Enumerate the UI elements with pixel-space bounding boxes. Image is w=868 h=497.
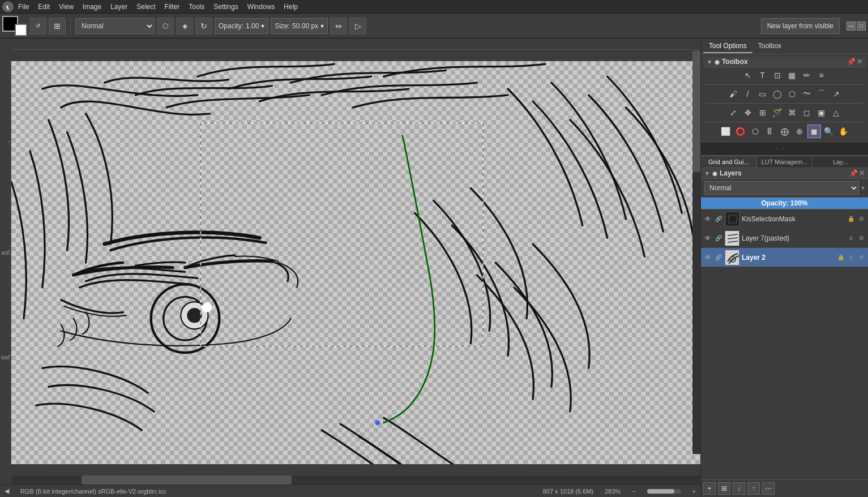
layer-lock-btn-layer2[interactable]: 🔒 <box>836 253 845 262</box>
poly-select-icon[interactable]: ⬡ <box>749 125 762 138</box>
layer-settings-btn-layer7[interactable]: ⚙ <box>857 234 866 243</box>
layers-pin-icon[interactable]: 📌 <box>849 169 858 177</box>
color-select-icon[interactable]: ◼ <box>807 125 821 138</box>
path-select-icon[interactable]: ⌘ <box>785 106 799 119</box>
move-tool-icon[interactable]: ✥ <box>741 106 755 119</box>
layer-settings-btn-layer2[interactable]: ⚙ <box>857 253 866 262</box>
rect-select-icon[interactable]: ⬜ <box>719 125 733 138</box>
canvas-drawing[interactable] <box>11 61 700 464</box>
new-layer-from-visible-button[interactable]: New layer from visible <box>761 18 840 34</box>
move-layer-down-button[interactable]: ↓ <box>733 482 745 495</box>
text-tool-icon[interactable]: T <box>756 68 769 82</box>
inherit-alpha-icon[interactable]: ◈ <box>176 18 193 35</box>
maximize-button[interactable]: □ <box>857 22 866 31</box>
menu-image[interactable]: Image <box>78 2 106 12</box>
tab-grid-guidelines[interactable]: Grid and Gui... <box>701 156 757 168</box>
move-layer-up-button[interactable]: ↑ <box>747 482 760 495</box>
scrollbar-horizontal[interactable] <box>11 475 700 485</box>
size-dropdown-icon[interactable]: ▾ <box>320 22 324 30</box>
brush-tool-icon[interactable]: 🖌 <box>726 87 740 101</box>
tab-layers-short[interactable]: Lay... <box>813 156 868 168</box>
size-value[interactable]: 50.00 px <box>292 22 318 30</box>
preserve-alpha-icon[interactable]: ⬡ <box>157 18 174 35</box>
hatch-tool-icon[interactable]: ≡ <box>815 68 828 82</box>
layer-alpha-btn-layer7[interactable]: α <box>846 234 856 243</box>
minimize-button[interactable]: — <box>846 22 856 31</box>
grid-view-icon[interactable]: ⊞ <box>49 18 66 35</box>
tab-toolbox[interactable]: Toolbox <box>752 40 787 53</box>
ellipse-tool-icon[interactable]: ◯ <box>771 87 784 101</box>
tab-lut-management[interactable]: LUT Managem... <box>757 156 813 168</box>
pencil-tool-icon[interactable]: ✏ <box>800 68 814 82</box>
menu-layer[interactable]: Layer <box>106 2 132 12</box>
similar-sel-icon[interactable]: ⊕ <box>793 125 806 138</box>
reset-colors-icon[interactable]: ↺ <box>29 18 46 35</box>
perspective-icon[interactable]: △ <box>829 106 843 119</box>
opacity-dropdown-icon[interactable]: ▾ <box>261 22 264 30</box>
menu-file[interactable]: File <box>14 2 33 12</box>
layer-alpha-btn-layer2[interactable]: α <box>846 253 856 262</box>
opacity-value[interactable]: 1.00 <box>246 22 259 30</box>
toolbox-close-icon[interactable]: ✕ <box>857 58 862 66</box>
freehand-tool-icon[interactable]: 〜 <box>800 87 814 101</box>
toolbox-chevron[interactable]: ▼ <box>707 59 712 65</box>
layers-eye-icon[interactable]: ◉ <box>712 170 717 177</box>
ellipse-select-icon[interactable]: ⭕ <box>734 125 747 138</box>
layer-lock-btn-kisselectionmask[interactable]: 🔒 <box>846 215 856 224</box>
layer-item-layer7[interactable]: 👁 🔗 <box>701 229 868 248</box>
pan-icon[interactable]: ✋ <box>837 125 850 138</box>
new-layer-button[interactable]: + <box>703 482 716 495</box>
rect-tool-icon[interactable]: ▭ <box>756 87 769 101</box>
layer-item-layer2[interactable]: 👁 🔗 <box>701 248 868 267</box>
layers-close-icon[interactable]: ✕ <box>859 169 865 177</box>
zoom-in-btn[interactable]: + <box>692 488 696 495</box>
layer-item-kisselectionmask[interactable]: 👁 🔗 KisSelectionMask 🔒 ⚙ <box>701 209 868 229</box>
zoom-out-btn[interactable]: − <box>632 488 635 495</box>
layer-settings-button[interactable]: ⋯ <box>762 482 775 495</box>
contiguous-select-icon[interactable]: 🪄 <box>771 106 784 119</box>
fill-tool-icon[interactable]: ⊡ <box>771 68 784 82</box>
select-tool-icon[interactable]: ↖ <box>741 68 755 82</box>
gradient-tool-icon[interactable]: ▦ <box>785 68 799 82</box>
layers-blend-mode-select[interactable]: Normal <box>704 181 859 195</box>
layer-link-layer2[interactable]: 🔗 <box>715 254 722 262</box>
panels-resize-handle[interactable]: · · · · · <box>769 145 799 152</box>
layer-link-kisselectionmask[interactable]: 🔗 <box>715 215 722 223</box>
warp-tool-icon[interactable]: ⊞ <box>756 106 769 119</box>
layers-opacity-row[interactable]: Opacity: 100% <box>701 198 868 209</box>
menu-windows[interactable]: Windows <box>243 2 280 12</box>
menu-edit[interactable]: Edit <box>33 2 54 12</box>
menu-help[interactable]: Help <box>279 2 302 12</box>
layer-settings-btn-kisselectionmask[interactable]: ⚙ <box>857 215 866 224</box>
blend-mode-select[interactable]: Normal <box>75 18 155 34</box>
menu-settings[interactable]: Settings <box>209 2 242 12</box>
freehand-select-icon[interactable]: 〿 <box>763 125 777 138</box>
bezier-tool-icon[interactable]: ⌒ <box>815 87 828 101</box>
fill-select-icon[interactable]: ▣ <box>815 106 828 119</box>
eraser-tool-icon[interactable]: ◻ <box>800 106 814 119</box>
menu-filter[interactable]: Filter <box>160 2 185 12</box>
layer-visibility-layer7[interactable]: 👁 <box>703 234 712 243</box>
polygon-tool-icon[interactable]: ⬠ <box>785 87 799 101</box>
canvas-viewport[interactable]: 300 400 500 <box>0 50 700 475</box>
line-tool-icon[interactable]: / <box>741 87 755 101</box>
background-color[interactable] <box>15 24 27 36</box>
layer-visibility-layer2[interactable]: 👁 <box>703 253 712 262</box>
menu-tools[interactable]: Tools <box>184 2 209 12</box>
toolbox-eye-icon[interactable]: ◉ <box>715 59 720 65</box>
contiguous-sel-icon[interactable]: ⨁ <box>778 125 792 138</box>
mirror-v-icon[interactable]: ▷ <box>349 18 366 35</box>
menu-select[interactable]: Select <box>132 2 160 12</box>
new-group-button[interactable]: ⊞ <box>718 482 730 495</box>
zoom-slider[interactable] <box>647 489 681 494</box>
refresh-icon[interactable]: ↻ <box>195 18 212 35</box>
layer-visibility-kisselectionmask[interactable]: 👁 <box>703 215 712 224</box>
scrollbar-vertical[interactable] <box>692 50 700 454</box>
color-selector[interactable] <box>2 16 27 36</box>
mirror-h-icon[interactable]: ⇔ <box>330 18 347 35</box>
arrows-tool-icon[interactable]: ↗ <box>829 87 843 101</box>
status-nav-icon[interactable]: ◀ <box>5 487 9 495</box>
transform-tool-icon[interactable]: ⤢ <box>726 106 740 119</box>
magnify-icon[interactable]: 🔍 <box>822 125 836 138</box>
layer-mode-collapse-icon[interactable]: ▾ <box>861 184 865 192</box>
